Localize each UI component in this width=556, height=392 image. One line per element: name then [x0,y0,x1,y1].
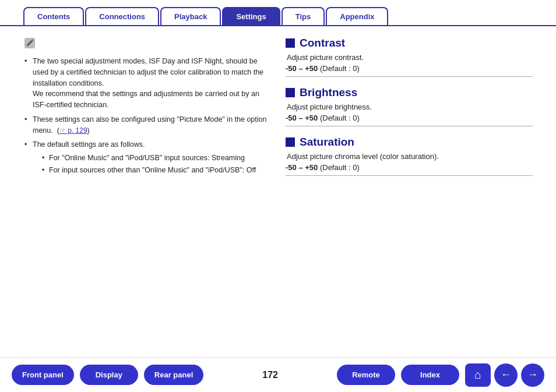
remote-button[interactable]: Remote [337,365,395,385]
contrast-range-value: -50 – +50 [286,64,318,73]
contrast-desc: Adjust picture contrast. [286,53,533,62]
tab-tips[interactable]: Tips [281,7,325,25]
page-link[interactable]: ☞ p. 129 [59,126,87,135]
bullet-list: The two special adjustment modes, ISF Da… [23,56,268,176]
brightness-default: (Default : 0) [320,114,360,122]
contrast-square-icon [286,38,295,48]
footer: Front panel Display Rear panel 172 Remot… [0,357,556,392]
nav-tabs: Contents Connections Playback Settings T… [0,0,556,26]
saturation-default: (Default : 0) [320,163,360,172]
home-icon: ⌂ [474,368,481,382]
contrast-heading: Contrast [286,37,533,50]
page-number: 172 [209,370,331,380]
tab-appendix[interactable]: Appendix [326,7,388,25]
tab-contents[interactable]: Contents [23,7,84,25]
sub-bullet-item-1: For "Online Music" and "iPod/USB" input … [41,153,268,164]
sub-bullet-item-2: For input sources other than "Online Mus… [41,165,268,176]
index-button[interactable]: Index [401,365,459,385]
sub-bullet-list: For "Online Music" and "iPod/USB" input … [33,153,268,176]
bullet-item-2: These settings can also be configured us… [23,114,268,136]
saturation-square-icon [286,137,295,147]
note-icon [23,37,268,51]
saturation-desc: Adjust picture chroma level (color satur… [286,152,533,161]
contrast-default: (Default : 0) [320,64,360,73]
forward-arrow-icon: → [527,369,538,381]
front-panel-button[interactable]: Front panel [12,365,74,385]
back-arrow-icon: ← [501,369,511,381]
brightness-square-icon [286,88,295,97]
rear-panel-button[interactable]: Rear panel [144,365,203,385]
brightness-heading: Brightness [286,86,533,99]
bullet-item-1: The two special adjustment modes, ISF Da… [23,56,268,111]
back-button[interactable]: ← [494,363,518,387]
forward-button[interactable]: → [521,363,544,387]
tab-playback[interactable]: Playback [160,7,221,25]
brightness-range: -50 – +50 (Default : 0) [286,114,533,126]
display-button[interactable]: Display [80,365,138,385]
main-content: The two special adjustment modes, ISF Da… [0,26,556,335]
bullet-item-3: The default settings are as follows. For… [23,139,268,175]
footer-nav-buttons: ⌂ ← → [465,363,544,387]
brightness-desc: Adjust picture brightness. [286,103,533,111]
saturation-title: Saturation [300,136,354,149]
brightness-range-value: -50 – +50 [286,114,318,122]
brightness-title: Brightness [300,86,357,99]
left-panel: The two special adjustment modes, ISF Da… [23,37,268,329]
tab-connections[interactable]: Connections [85,7,159,25]
contrast-range: -50 – +50 (Default : 0) [286,64,533,77]
saturation-range: -50 – +50 (Default : 0) [286,163,533,176]
right-panel: Contrast Adjust picture contrast. -50 – … [286,37,533,329]
saturation-heading: Saturation [286,136,533,149]
saturation-range-value: -50 – +50 [286,163,318,172]
contrast-title: Contrast [300,37,345,50]
tab-settings[interactable]: Settings [222,7,280,25]
home-button[interactable]: ⌂ [465,363,491,387]
